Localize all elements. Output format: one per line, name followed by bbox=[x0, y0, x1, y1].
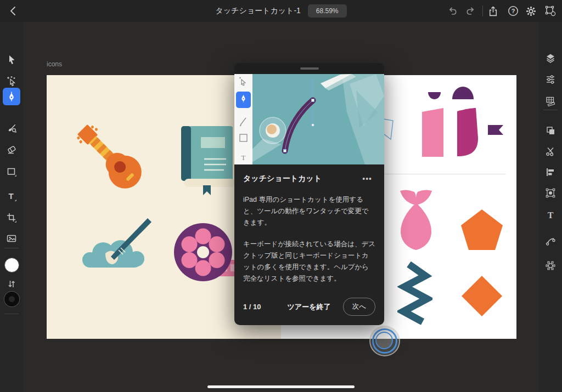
touch-shortcut-icon bbox=[544, 5, 557, 17]
touch-shortcut-toggle-button[interactable] bbox=[543, 4, 558, 18]
touch-shortcut-widget[interactable] bbox=[369, 326, 400, 356]
sliders-icon bbox=[545, 74, 556, 85]
settings-button[interactable] bbox=[524, 4, 537, 18]
panel-combine[interactable] bbox=[542, 122, 559, 139]
film-reel-artwork[interactable] bbox=[172, 221, 244, 283]
tool-shape[interactable] bbox=[3, 163, 20, 180]
tool-sidebar: T bbox=[0, 22, 23, 392]
group-objects-icon bbox=[545, 188, 556, 198]
gear-icon bbox=[525, 5, 537, 17]
mini-toolbar-illustration bbox=[234, 74, 252, 164]
redo-icon bbox=[465, 5, 476, 16]
artboard-name-label[interactable]: icons bbox=[47, 60, 62, 68]
svg-text:?: ? bbox=[512, 8, 515, 14]
drag-handle-bar bbox=[300, 67, 319, 70]
swap-fill-stroke-button[interactable] bbox=[5, 277, 18, 291]
undo-icon bbox=[447, 5, 458, 16]
scissors-icon bbox=[545, 146, 556, 157]
panel-precision[interactable] bbox=[542, 92, 559, 110]
tool-type[interactable]: T bbox=[3, 188, 20, 205]
document-title: タッチショートカット-1 bbox=[215, 6, 300, 16]
panel-scissors[interactable] bbox=[542, 143, 559, 160]
paintbrush-icon bbox=[6, 122, 17, 133]
tool-place-image[interactable] bbox=[3, 230, 20, 247]
image-icon bbox=[6, 233, 17, 244]
panel-repeat[interactable] bbox=[542, 257, 559, 274]
svg-text:T: T bbox=[8, 191, 13, 201]
share-button[interactable] bbox=[486, 4, 499, 18]
popup-title: タッチショートカット bbox=[243, 174, 322, 184]
repeat-pattern-icon bbox=[545, 260, 556, 271]
tool-select[interactable] bbox=[3, 50, 20, 68]
popup-footer: 1 / 10 ツアーを終了 次へ bbox=[243, 298, 375, 316]
diamond-artwork[interactable] bbox=[460, 274, 504, 318]
serif-t-icon: T bbox=[545, 209, 556, 220]
paint-puddle-brush-artwork[interactable] bbox=[75, 217, 154, 282]
redo-button[interactable] bbox=[464, 4, 477, 18]
zigzag-artwork[interactable] bbox=[397, 260, 432, 326]
panel-align[interactable] bbox=[542, 163, 559, 181]
combine-shapes-icon bbox=[545, 125, 556, 136]
help-button[interactable]: ? bbox=[507, 4, 520, 18]
top-bar: タッチショートカット-1 68.59% ? bbox=[0, 0, 562, 22]
next-step-button[interactable]: 次へ bbox=[343, 298, 375, 316]
stroke-color-swatch[interactable] bbox=[4, 292, 19, 306]
share-icon bbox=[487, 5, 499, 17]
pentagon-artwork[interactable] bbox=[459, 208, 505, 252]
popup-drag-handle[interactable] bbox=[234, 63, 384, 74]
tour-illustration: T bbox=[234, 74, 384, 164]
fill-color-swatch[interactable] bbox=[4, 258, 19, 272]
guitar-artwork[interactable] bbox=[76, 122, 150, 198]
exit-tour-button[interactable]: ツアーを終了 bbox=[284, 302, 334, 313]
toolbar-divider bbox=[4, 248, 19, 248]
document-header: タッチショートカット-1 68.59% bbox=[0, 0, 562, 22]
curve-path-icon bbox=[545, 236, 556, 247]
tool-eraser[interactable] bbox=[3, 140, 20, 158]
panel-group[interactable] bbox=[542, 184, 559, 202]
tool-pen[interactable] bbox=[3, 88, 20, 105]
tour-step-indicator: 1 / 10 bbox=[243, 303, 261, 311]
panel-properties[interactable] bbox=[542, 71, 559, 88]
zoom-level-badge[interactable]: 68.59% bbox=[308, 4, 347, 18]
panel-layers[interactable] bbox=[542, 49, 559, 67]
layers-icon bbox=[545, 53, 556, 64]
direct-selection-icon bbox=[6, 76, 17, 87]
type-icon: T bbox=[6, 191, 17, 202]
popup-content: タッチショートカット ••• iPad 専用のショートカットを使用すると、ツール… bbox=[234, 164, 384, 284]
toolbar-divider bbox=[4, 314, 19, 314]
panel-sidebar: T bbox=[539, 22, 562, 392]
book-artwork[interactable] bbox=[181, 125, 236, 195]
popup-paragraph-1: iPad 専用のショートカットを使用すると、ツールの動作をワンタッチで変更できま… bbox=[243, 194, 375, 228]
tool-crop[interactable] bbox=[3, 209, 20, 226]
eraser-icon bbox=[6, 144, 17, 155]
panel-type-options[interactable]: T bbox=[542, 206, 559, 224]
popup-more-menu-button[interactable]: ••• bbox=[359, 174, 375, 184]
topbar-divider bbox=[482, 5, 483, 16]
popup-paragraph-2: キーボードが接続されている場合は、デスクトップ版と同じキーボードショートカットの… bbox=[243, 238, 375, 284]
touch-shortcut-inner-ring bbox=[375, 332, 393, 349]
selection-arrow-icon bbox=[6, 54, 17, 65]
tool-paintbrush[interactable] bbox=[3, 119, 20, 137]
touch-shortcut-tour-popup: T タッチショートカット ••• iPad 専用のショートカットを使用すると、ツ… bbox=[234, 63, 384, 325]
swap-arrows-icon bbox=[6, 279, 17, 289]
pen-icon bbox=[6, 91, 17, 102]
rectangle-icon bbox=[6, 166, 17, 177]
grid-ruler-icon bbox=[545, 95, 556, 106]
panel-path[interactable] bbox=[542, 232, 559, 250]
gift-artwork[interactable] bbox=[418, 83, 509, 160]
undo-button[interactable] bbox=[446, 4, 459, 18]
help-icon: ? bbox=[507, 5, 519, 17]
crop-icon bbox=[6, 212, 17, 223]
svg-text:T: T bbox=[548, 211, 554, 220]
toolbar-divider bbox=[543, 110, 558, 110]
fish-artwork[interactable] bbox=[397, 189, 435, 251]
home-indicator[interactable] bbox=[207, 385, 355, 388]
align-icon bbox=[545, 167, 556, 178]
illustrator-ipad-app: icons bbox=[0, 0, 562, 392]
svg-text:T: T bbox=[241, 154, 246, 162]
